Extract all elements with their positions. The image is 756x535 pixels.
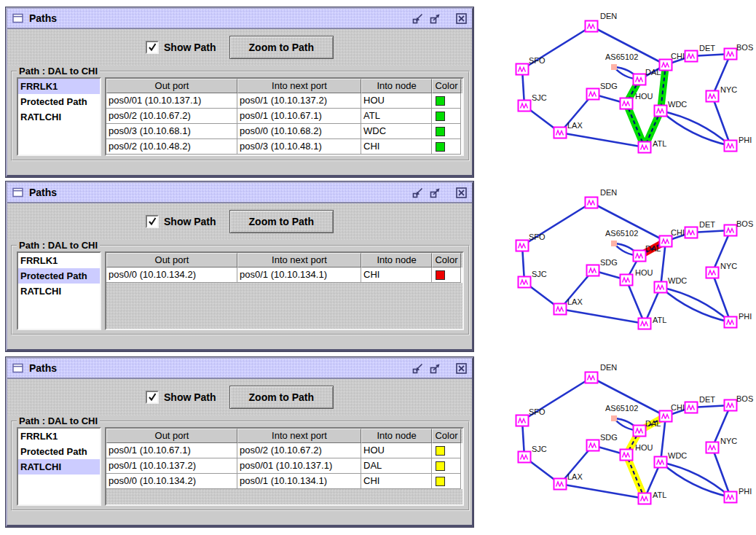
node-ATL[interactable] (639, 493, 651, 504)
show-path-checkbox[interactable]: Show Path (146, 215, 216, 228)
column-header-color[interactable]: Color (432, 429, 461, 443)
show-path-checkbox[interactable]: Show Path (146, 391, 216, 404)
column-header-color[interactable]: Color (432, 79, 461, 93)
minimize-button[interactable] (411, 362, 424, 375)
node-DET[interactable] (685, 227, 698, 238)
column-header-out-port[interactable]: Out port (106, 253, 237, 268)
node-CHI[interactable] (660, 60, 672, 71)
node-LAX[interactable] (554, 128, 567, 138)
column-header-into-next-port[interactable]: Into next port (237, 79, 361, 93)
node-DAL[interactable] (634, 74, 646, 85)
path-list-item-frrlk1[interactable]: FRRLK1 (18, 79, 100, 94)
node-BOS[interactable] (725, 400, 737, 411)
network-map-2[interactable]: DENSFOSJCLAXSDGHOUDALCHIDETBOSNYCWDCATLP… (479, 176, 756, 354)
close-button[interactable] (454, 186, 468, 199)
column-header-into-node[interactable]: Into node (361, 253, 432, 268)
table-row[interactable]: pos0/0 (10.10.134.2)pos0/1 (10.10.134.1)… (106, 268, 462, 283)
as-node-square[interactable] (611, 415, 617, 421)
node-SJC[interactable] (519, 452, 531, 463)
map-frrlk1[interactable]: DENSFOSJCLAXSDGHOUDALCHIDETBOSNYCWDCATLP… (479, 0, 756, 178)
node-SFO[interactable] (516, 241, 529, 251)
table-row[interactable]: pos0/01 (10.10.137.1)pos0/1 (10.10.137.2… (106, 93, 462, 109)
column-header-into-next-port[interactable]: Into next port (237, 253, 361, 268)
table-row[interactable]: pos0/2 (10.10.67.2)pos0/1 (10.10.67.1)AT… (106, 109, 462, 124)
node-DET[interactable] (685, 402, 698, 413)
path-list-item-protected-path[interactable]: Protected Path (18, 268, 100, 284)
node-DEN[interactable] (586, 198, 598, 208)
node-NYC[interactable] (706, 91, 719, 102)
checkbox-box[interactable] (146, 215, 159, 228)
path-list-item-ratlchi[interactable]: RATLCHI (18, 109, 100, 125)
map-ratlchi[interactable]: DENSFOSJCLAXSDGHOUDALCHIDETBOSNYCWDCATLP… (479, 351, 756, 529)
node-CHI[interactable] (660, 236, 672, 247)
node-SJC[interactable] (519, 101, 531, 112)
as-node-square[interactable] (611, 241, 617, 246)
maximize-button[interactable] (428, 362, 441, 375)
node-HOU[interactable] (621, 98, 633, 109)
node-DET[interactable] (685, 51, 698, 62)
node-PHI[interactable] (725, 141, 737, 152)
zoom-to-path-button[interactable]: Zoom to Path (229, 36, 334, 59)
map-protected-path[interactable]: DENSFOSJCLAXSDGHOUDALCHIDETBOSNYCWDCATLP… (479, 176, 756, 354)
node-CHI[interactable] (660, 411, 672, 422)
table-row[interactable]: pos0/1 (10.10.67.1)pos0/2 (10.10.67.2)HO… (106, 443, 462, 458)
window-titlebar[interactable]: Paths (7, 9, 472, 29)
node-SFO[interactable] (516, 415, 529, 426)
path-list-item-frrlk1[interactable]: FRRLK1 (18, 429, 100, 444)
node-WDC[interactable] (655, 106, 667, 117)
node-BOS[interactable] (725, 49, 737, 60)
node-BOS[interactable] (725, 225, 737, 236)
node-SFO[interactable] (516, 64, 529, 75)
node-HOU[interactable] (621, 450, 633, 461)
column-header-out-port[interactable]: Out port (106, 79, 237, 93)
node-NYC[interactable] (706, 268, 719, 278)
show-path-checkbox[interactable]: Show Path (146, 41, 216, 54)
table-row[interactable]: pos0/2 (10.10.48.2)pos0/3 (10.10.48.1)CH… (106, 139, 462, 155)
node-DEN[interactable] (586, 21, 598, 32)
close-button[interactable] (454, 362, 468, 375)
path-list-item-protected-path[interactable]: Protected Path (18, 94, 100, 109)
node-DEN[interactable] (586, 372, 598, 383)
node-HOU[interactable] (621, 275, 633, 286)
checkbox-box[interactable] (146, 391, 159, 404)
as-node-square[interactable] (611, 64, 617, 70)
network-map-3[interactable]: DENSFOSJCLAXSDGHOUDALCHIDETBOSNYCWDCATLP… (479, 351, 756, 529)
node-NYC[interactable] (706, 442, 719, 453)
node-SJC[interactable] (519, 277, 531, 288)
node-SDG[interactable] (587, 89, 599, 100)
node-WDC[interactable] (655, 457, 667, 468)
column-header-into-next-port[interactable]: Into next port (237, 429, 361, 443)
node-SDG[interactable] (587, 265, 599, 276)
table-row[interactable]: pos0/3 (10.10.68.1)pos0/0 (10.10.68.2)WD… (106, 124, 462, 139)
path-list-item-protected-path[interactable]: Protected Path (18, 444, 100, 459)
table-row[interactable]: pos0/0 (10.10.134.2)pos0/1 (10.10.134.1)… (106, 474, 462, 489)
node-DAL[interactable] (634, 426, 646, 437)
checkbox-box[interactable] (146, 41, 159, 54)
node-SDG[interactable] (587, 440, 599, 451)
node-ATL[interactable] (639, 319, 651, 329)
node-ATL[interactable] (639, 142, 651, 153)
path-list-item-ratlchi[interactable]: RATLCHI (18, 284, 100, 299)
zoom-to-path-button[interactable]: Zoom to Path (229, 210, 334, 233)
node-DAL[interactable] (634, 251, 646, 262)
column-header-out-port[interactable]: Out port (106, 429, 237, 443)
column-header-into-node[interactable]: Into node (361, 79, 432, 93)
maximize-button[interactable] (428, 12, 441, 25)
close-button[interactable] (454, 12, 468, 25)
node-PHI[interactable] (725, 492, 737, 503)
table-row[interactable]: pos0/1 (10.10.137.2)pos0/01 (10.10.137.1… (106, 458, 462, 474)
minimize-button[interactable] (411, 186, 424, 199)
node-PHI[interactable] (725, 317, 737, 328)
node-WDC[interactable] (655, 282, 667, 293)
zoom-to-path-button[interactable]: Zoom to Path (229, 386, 334, 409)
window-titlebar[interactable]: Paths (7, 183, 472, 203)
window-titlebar[interactable]: Paths (7, 359, 472, 379)
node-LAX[interactable] (554, 479, 567, 490)
minimize-button[interactable] (411, 12, 424, 25)
maximize-button[interactable] (428, 186, 441, 199)
node-LAX[interactable] (554, 304, 567, 315)
column-header-color[interactable]: Color (432, 253, 461, 268)
network-map-1[interactable]: DENSFOSJCLAXSDGHOUDALCHIDETBOSNYCWDCATLP… (479, 0, 756, 178)
path-list-item-ratlchi[interactable]: RATLCHI (18, 459, 100, 475)
path-list-item-frrlk1[interactable]: FRRLK1 (18, 253, 100, 268)
